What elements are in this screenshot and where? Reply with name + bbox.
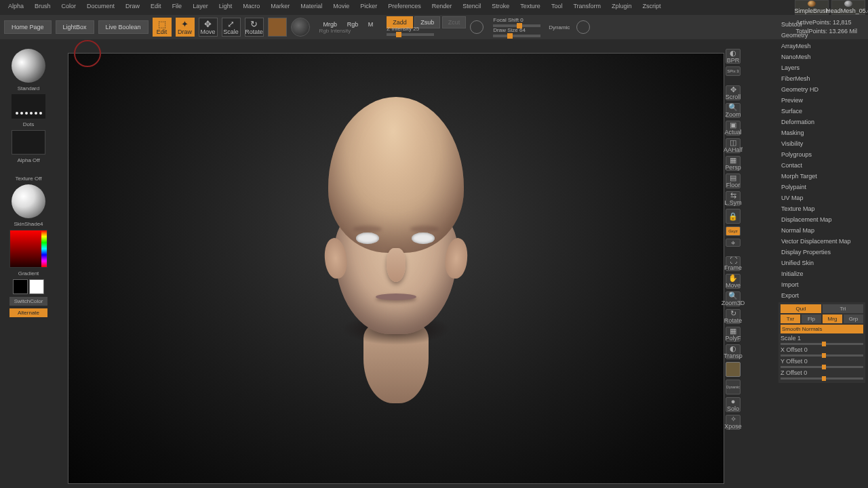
section-geometry[interactable]: Geometry — [778, 30, 865, 41]
menu-light[interactable]: Light — [214, 3, 238, 9]
material-preview[interactable] — [291, 18, 310, 37]
section-texturemap[interactable]: Texture Map — [778, 203, 865, 214]
polyf-button[interactable]: ▦PolyF — [726, 327, 741, 342]
menu-stroke[interactable]: Stroke — [486, 3, 515, 9]
section-polygroups[interactable]: Polygroups — [778, 149, 865, 160]
lock-icon[interactable]: 🔒 — [726, 209, 741, 224]
floor-button[interactable]: ▤Floor — [726, 174, 741, 188]
move3d-button[interactable]: ✋Move — [726, 274, 741, 289]
color-swatch-active[interactable] — [268, 18, 287, 37]
alternate-button[interactable]: Alternate — [9, 308, 47, 317]
section-deformation[interactable]: Deformation — [778, 117, 865, 127]
slot-simplebrush[interactable]: SimpleBrush — [795, 0, 829, 15]
gxyz-button[interactable]: Gxyz — [726, 226, 741, 236]
spix-button[interactable]: SPix 3 — [726, 66, 741, 76]
color-picker[interactable] — [9, 230, 47, 268]
transp-button[interactable]: ◐Transp — [726, 344, 741, 359]
draw-size-icon[interactable] — [576, 20, 590, 34]
material-preview-left[interactable] — [12, 184, 45, 218]
section-arraymesh[interactable]: ArrayMesh — [778, 41, 865, 52]
menu-draw[interactable]: Draw — [120, 3, 145, 9]
dynamic-label[interactable]: Dynamic — [549, 24, 570, 30]
rgb-button[interactable]: Rgb — [343, 21, 363, 28]
menu-material[interactable]: Material — [295, 3, 328, 9]
stroke-preview[interactable] — [12, 94, 45, 119]
section-export[interactable]: Export — [778, 290, 865, 301]
section-subtool[interactable]: Subtool — [778, 19, 865, 30]
menu-layer[interactable]: Layer — [187, 3, 214, 9]
solo-button[interactable]: ●Solo — [726, 397, 741, 412]
section-normalmap[interactable]: Normal Map — [778, 225, 865, 236]
draw-mode-button[interactable]: ✦Draw — [176, 18, 195, 37]
section-fibermesh[interactable]: FiberMesh — [778, 73, 865, 84]
z-intensity-slider[interactable] — [387, 33, 434, 36]
lsym-button[interactable]: ⇆L.Sym — [726, 191, 741, 206]
scale-mode-button[interactable]: ⤢Scale — [222, 18, 241, 37]
persp-button[interactable]: ▦Persp — [726, 156, 741, 171]
focal-shift-icon[interactable] — [470, 20, 484, 34]
menu-file[interactable]: File — [167, 3, 188, 9]
aahalf-button[interactable]: ◫AAHalf — [726, 138, 741, 153]
menu-macro[interactable]: Macro — [237, 3, 265, 9]
tool-thumbnail[interactable] — [726, 362, 741, 377]
smooth-normals-button[interactable]: Smooth Normals — [781, 325, 863, 333]
slot-headmesh[interactable]: HeadMesh_05.c — [831, 0, 865, 15]
lightbox-button[interactable]: LightBox — [56, 20, 94, 34]
scroll-button[interactable]: ✥Scroll — [726, 85, 741, 100]
menu-color[interactable]: Color — [56, 3, 82, 9]
m-button[interactable]: M — [364, 21, 378, 28]
x-offset-slider[interactable]: X Offset 0 — [781, 346, 863, 357]
zoom3d-button[interactable]: 🔍Zoom3D — [726, 291, 741, 306]
menu-tool[interactable]: Tool — [546, 3, 568, 9]
mrgb-button[interactable]: Mrgb — [319, 21, 342, 28]
export-grp-button[interactable]: Grp — [844, 314, 863, 323]
home-page-button[interactable]: Home Page — [4, 20, 52, 34]
export-tri-button[interactable]: Tri — [823, 304, 863, 313]
section-import[interactable]: Import — [778, 279, 865, 290]
section-masking[interactable]: Masking — [778, 127, 865, 138]
section-surface[interactable]: Surface — [778, 106, 865, 117]
edit-mode-button[interactable]: ⬚Edit — [153, 18, 172, 37]
section-contact[interactable]: Contact — [778, 160, 865, 171]
brush-preview[interactable] — [12, 49, 45, 83]
live-boolean-button[interactable]: Live Boolean — [98, 20, 149, 34]
export-mrg-button[interactable]: Mrg — [823, 314, 842, 323]
swatch-primary[interactable] — [29, 279, 44, 294]
move-mode-button[interactable]: ✥Move — [199, 18, 218, 37]
menu-texture[interactable]: Texture — [515, 3, 546, 9]
menu-movie[interactable]: Movie — [328, 3, 355, 9]
menu-picker[interactable]: Picker — [355, 3, 382, 9]
menu-stencil[interactable]: Stencil — [457, 3, 486, 9]
section-morphtarget[interactable]: Morph Target — [778, 171, 865, 182]
section-displacementmap[interactable]: Displacement Map — [778, 214, 865, 225]
xpose-button[interactable]: ✧Xpose — [726, 415, 741, 430]
y-offset-slider[interactable]: Y Offset 0 — [781, 358, 863, 368]
section-visibility[interactable]: Visibility — [778, 138, 865, 149]
menu-edit[interactable]: Edit — [145, 3, 167, 9]
draw-size-slider[interactable] — [493, 35, 540, 37]
frame-button[interactable]: ⛶Frame — [726, 256, 741, 271]
export-qud-button[interactable]: Qud — [781, 304, 821, 313]
section-layers[interactable]: Layers — [778, 62, 865, 73]
zoom-button[interactable]: 🔍Zoom — [726, 103, 741, 118]
bpr-button[interactable]: ◐BPR — [726, 49, 741, 64]
menu-zscript[interactable]: Zscript — [637, 3, 667, 9]
section-polypaint[interactable]: Polypaint — [778, 182, 865, 192]
section-nanomesh[interactable]: NanoMesh — [778, 52, 865, 62]
scale-slider[interactable]: Scale 1 — [781, 335, 863, 345]
section-displayproperties[interactable]: Display Properties — [778, 247, 865, 258]
section-unifiedskin[interactable]: Unified Skin — [778, 258, 865, 268]
gradient-label[interactable]: Gradient — [18, 270, 39, 277]
menu-brush[interactable]: Brush — [29, 3, 56, 9]
menu-transform[interactable]: Transform — [568, 3, 606, 9]
menu-marker[interactable]: Marker — [265, 3, 295, 9]
menu-alpha[interactable]: Alpha — [3, 3, 29, 9]
section-geometryhd[interactable]: Geometry HD — [778, 84, 865, 95]
section-vectordisplacement[interactable]: Vector Displacement Map — [778, 236, 865, 247]
rotate-mode-button[interactable]: ↻Rotate — [245, 18, 264, 37]
section-preview[interactable]: Preview — [778, 95, 865, 106]
menu-render[interactable]: Render — [427, 3, 458, 9]
export-txr-button[interactable]: Txr — [781, 314, 800, 323]
z-offset-slider[interactable]: Z Offset 0 — [781, 369, 863, 380]
rotate3d-button[interactable]: ↻Rotate — [726, 309, 741, 324]
